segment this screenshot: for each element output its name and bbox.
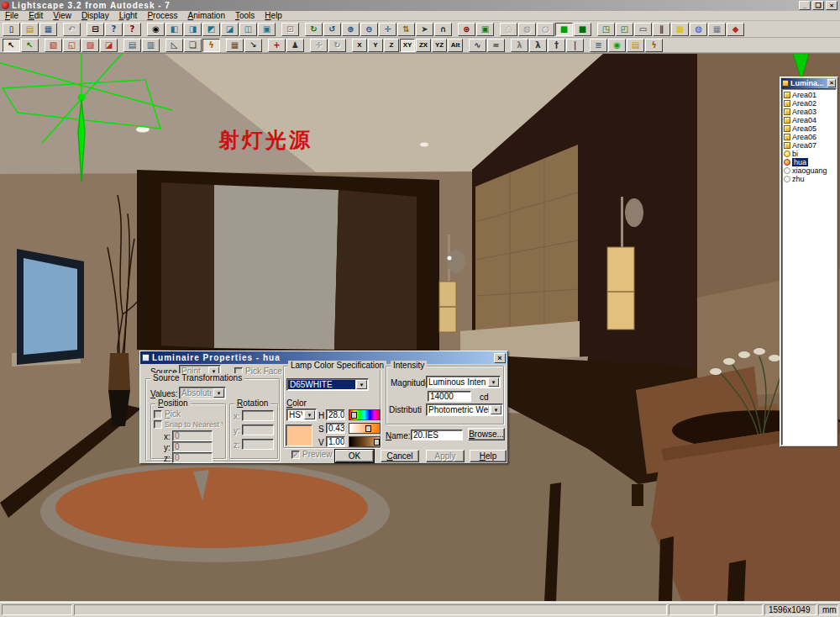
copy-properties-button[interactable]: ▤ xyxy=(123,39,141,52)
dialog-close-icon[interactable]: × xyxy=(494,353,506,363)
stand-mode-button[interactable]: † xyxy=(548,39,565,52)
walk-mode-button[interactable]: λ xyxy=(511,39,528,52)
value-slider-marker[interactable] xyxy=(374,439,380,446)
close-button[interactable]: × xyxy=(826,1,837,10)
menu-tools[interactable]: Tools xyxy=(230,11,260,20)
material-properties-button[interactable]: ❏ xyxy=(184,39,202,52)
select-luminaire-button[interactable]: ↖ xyxy=(21,39,39,52)
axis-xy-button[interactable]: XY xyxy=(400,39,415,52)
luminaire-item-xiaoguang[interactable]: xiaoguang xyxy=(783,166,835,175)
luminaire-panel-close-icon[interactable]: × xyxy=(827,79,836,87)
observer-marker-button[interactable]: | xyxy=(566,39,584,52)
menu-edit[interactable]: Edit xyxy=(24,11,48,20)
initiate-processing-button[interactable]: ϟ xyxy=(645,39,663,52)
browse-button[interactable]: Browse... xyxy=(468,428,505,440)
daylight-button[interactable]: ◍ xyxy=(690,23,707,36)
menu-display[interactable]: Display xyxy=(76,11,114,20)
pick-object-button[interactable]: ↘ xyxy=(244,39,262,52)
luminaire-item-Area06[interactable]: Area06 xyxy=(783,133,835,141)
ies-name-field[interactable]: 20.IES xyxy=(411,430,463,440)
luminaire-properties-button[interactable]: ϟ xyxy=(202,39,220,52)
add-vertex-button[interactable]: + xyxy=(268,39,286,52)
menu-light[interactable]: Light xyxy=(114,11,143,20)
axis-y-button[interactable]: Y xyxy=(368,39,383,52)
saturation-field[interactable]: 0.43 xyxy=(326,423,345,434)
textured-mode-button[interactable]: ■ xyxy=(574,23,591,36)
minimize-button[interactable]: _ xyxy=(799,1,811,10)
define-opening-button[interactable]: ◺ xyxy=(165,39,183,52)
menu-process[interactable]: Process xyxy=(142,11,182,20)
help-button[interactable]: Help xyxy=(470,450,507,462)
pan-button[interactable]: ✛ xyxy=(379,23,396,36)
select-window-button[interactable]: ◱ xyxy=(63,39,81,52)
raytrace-button[interactable]: ◆ xyxy=(727,23,744,36)
cancel-button[interactable]: Cancel xyxy=(381,450,419,462)
luminaire-item-Area04[interactable]: Area04 xyxy=(783,116,835,124)
edit-table-button[interactable]: ▦ xyxy=(226,39,244,52)
value-slider[interactable] xyxy=(349,436,381,447)
show-outlines-button[interactable]: ▭ xyxy=(634,23,652,36)
axis-alt-button[interactable]: Alt xyxy=(448,39,463,52)
luminaire-item-Area03[interactable]: Area03 xyxy=(783,108,835,116)
show-meshing-button[interactable]: ∥ xyxy=(653,23,670,36)
menu-help[interactable]: Help xyxy=(260,11,287,20)
new-file-button[interactable]: ▯ xyxy=(3,23,20,36)
menu-animation[interactable]: Animation xyxy=(183,11,230,20)
color-model-dropdown[interactable]: HSV▼ xyxy=(286,409,317,421)
export-image-button[interactable]: ▤ xyxy=(627,39,644,52)
dolly-button[interactable]: ⇅ xyxy=(397,23,415,36)
luminaire-item-Area02[interactable]: Area02 xyxy=(783,99,835,108)
snapshot-button[interactable]: ▦ xyxy=(708,23,726,36)
orbit-button[interactable]: ↻ xyxy=(305,23,323,36)
paste-properties-button[interactable]: ▥ xyxy=(142,39,160,52)
render-viewport[interactable]: 射灯光源 Lumina... × Area01Area02Area03Area0… xyxy=(0,53,840,601)
open-file-button[interactable]: ▤ xyxy=(21,23,39,36)
zoom-in-button[interactable]: ⊕ xyxy=(342,23,360,36)
view-iso-se-button[interactable]: ◩ xyxy=(202,23,220,36)
view-top-button[interactable]: ◫ xyxy=(239,23,257,36)
luminaire-item-Area07[interactable]: Area07 xyxy=(783,141,835,150)
color-swatch[interactable] xyxy=(286,425,312,446)
zoom-out-button[interactable]: ⊖ xyxy=(360,23,378,36)
menu-view[interactable]: View xyxy=(48,11,76,20)
deselect-all-button[interactable]: ▨ xyxy=(81,39,99,52)
luminaire-item-Area05[interactable]: Area05 xyxy=(783,124,835,133)
insert-block-button[interactable]: ◰ xyxy=(616,23,633,36)
axis-z-button[interactable]: Z xyxy=(384,39,399,52)
walk-view-button[interactable]: ➤ xyxy=(416,23,433,36)
run-mode-button[interactable]: λ xyxy=(529,39,547,52)
luminaire-item-bi[interactable]: bi xyxy=(783,150,835,158)
context-help-button[interactable]: ? xyxy=(123,23,141,36)
luminaire-item-zhu[interactable]: zhu xyxy=(783,175,835,183)
view-camera-button[interactable]: ◉ xyxy=(147,23,165,36)
axis-yz-button[interactable]: YZ xyxy=(432,39,447,52)
restore-button[interactable]: ❏ xyxy=(812,1,824,10)
spin-button[interactable]: ↺ xyxy=(323,23,341,36)
luminaire-panel-titlebar[interactable]: Lumina... × xyxy=(781,78,837,88)
save-file-button[interactable]: ▦ xyxy=(39,23,57,36)
intensity-value-field[interactable]: 14000 xyxy=(428,391,471,402)
select-button[interactable]: ↖ xyxy=(3,39,20,52)
axis-x-button[interactable]: X xyxy=(352,39,367,52)
menu-file[interactable]: File xyxy=(0,11,24,20)
spline-edit-button[interactable]: ≈ xyxy=(487,39,505,52)
view-iso-nw-button[interactable]: ◨ xyxy=(184,23,202,36)
view-iso-ne-button[interactable]: ◧ xyxy=(165,23,183,36)
hue-slider-marker[interactable] xyxy=(351,412,357,419)
axis-zx-button[interactable]: ZX xyxy=(416,39,431,52)
smooth-shade-mode-button[interactable]: ■ xyxy=(555,23,573,36)
zoom-extents-button[interactable]: ⊛ xyxy=(458,23,475,36)
show-luminaires-button[interactable]: ◳ xyxy=(597,23,615,36)
process-parameters-button[interactable]: ◉ xyxy=(608,39,626,52)
distribution-dropdown[interactable]: Photometric Web▼ xyxy=(426,403,503,416)
luminaire-item-Area01[interactable]: Area01 xyxy=(783,91,835,99)
view-iso-sw-button[interactable]: ◪ xyxy=(221,23,239,36)
look-around-button[interactable]: ∩ xyxy=(434,23,452,36)
lamp-preset-dropdown[interactable]: D65WHITE▼ xyxy=(286,378,369,391)
select-all-button[interactable]: ▧ xyxy=(45,39,62,52)
luminaire-item-hua[interactable]: hua xyxy=(783,158,835,166)
zoom-selected-button[interactable]: ▣ xyxy=(476,23,494,36)
add-observer-button[interactable]: ♟ xyxy=(286,39,304,52)
path-edit-button[interactable]: ∿ xyxy=(469,39,486,52)
help-button[interactable]: ? xyxy=(105,23,123,36)
